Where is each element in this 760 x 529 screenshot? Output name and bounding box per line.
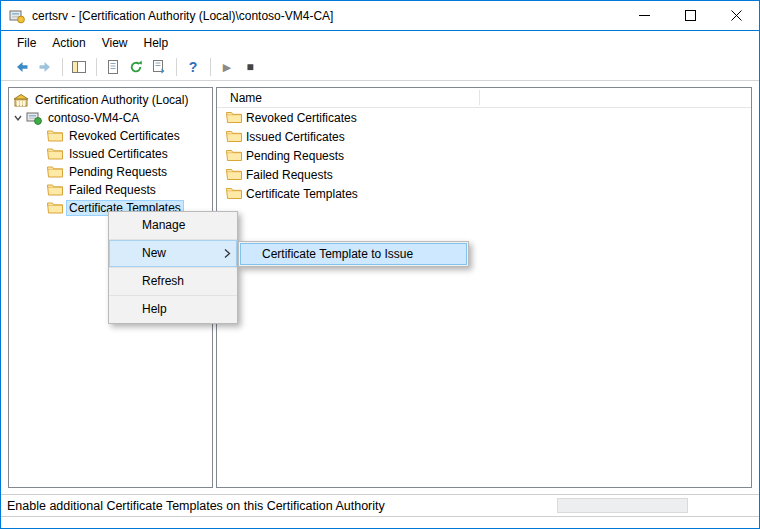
- folder-icon: [47, 183, 63, 197]
- tree-item-label: Failed Requests: [66, 182, 159, 198]
- status-bar: Enable additional Certificate Templates …: [1, 494, 759, 517]
- certsrv-window: certsrv - [Certification Authority (Loca…: [0, 0, 760, 529]
- tree-item-certification-authority[interactable]: Certification Authority (Local): [9, 91, 212, 109]
- menu-item-label: Manage: [142, 218, 185, 232]
- list-item-label: Pending Requests: [246, 149, 344, 163]
- list-item-label: Failed Requests: [246, 168, 333, 182]
- menu-item-new[interactable]: New: [109, 240, 237, 267]
- status-text: Enable additional Certificate Templates …: [7, 499, 385, 513]
- menu-item-refresh[interactable]: Refresh: [109, 268, 237, 295]
- close-icon: [731, 10, 742, 21]
- window-title: certsrv - [Certification Authority (Loca…: [32, 9, 333, 23]
- maximize-icon: [685, 10, 696, 21]
- stop-service-icon[interactable]: ■: [239, 56, 261, 78]
- list-item-failed-requests[interactable]: Failed Requests: [217, 165, 751, 184]
- menu-item-label: Help: [142, 302, 167, 316]
- tree-item-ca[interactable]: contoso-VM4-CA: [9, 109, 212, 127]
- tree-item-revoked-certificates[interactable]: Revoked Certificates: [9, 127, 212, 145]
- menu-item-manage[interactable]: Manage: [109, 212, 237, 239]
- title-bar: certsrv - [Certification Authority (Loca…: [1, 1, 759, 31]
- folder-icon: [226, 187, 242, 200]
- menu-item-help[interactable]: Help: [109, 296, 237, 323]
- folder-icon: [47, 147, 63, 161]
- folder-icon: [226, 130, 242, 143]
- export-list-icon[interactable]: [148, 56, 170, 78]
- list-item-label: Issued Certificates: [246, 130, 345, 144]
- properties-icon[interactable]: [102, 56, 124, 78]
- list-item-revoked-certificates[interactable]: Revoked Certificates: [217, 108, 751, 127]
- start-service-icon[interactable]: ▶: [216, 56, 238, 78]
- tree-item-label: Pending Requests: [66, 164, 170, 180]
- help-icon[interactable]: ?: [182, 56, 204, 78]
- chevron-expanded-icon[interactable]: [12, 112, 24, 124]
- toolbar: ? ▶ ■: [1, 54, 759, 81]
- results-list-pane: Name Revoked Certificates Issued Certifi…: [216, 87, 752, 488]
- tree-item-failed-requests[interactable]: Failed Requests: [9, 181, 212, 199]
- minimize-icon: [639, 10, 650, 21]
- menu-item-certificate-template-to-issue[interactable]: Certificate Template to Issue: [240, 243, 467, 265]
- forward-icon[interactable]: [34, 56, 56, 78]
- close-button[interactable]: [713, 1, 759, 30]
- menu-item-label: Refresh: [142, 274, 184, 288]
- authority-icon: [13, 93, 29, 107]
- tree-item-pending-requests[interactable]: Pending Requests: [9, 163, 212, 181]
- show-console-tree-icon[interactable]: [68, 56, 90, 78]
- list-item-certificate-templates[interactable]: Certificate Templates: [217, 184, 751, 203]
- folder-icon: [47, 201, 63, 215]
- list-item-issued-certificates[interactable]: Issued Certificates: [217, 127, 751, 146]
- refresh-icon[interactable]: [125, 56, 147, 78]
- toolbar-separator: [210, 58, 211, 76]
- app-icon: [9, 8, 25, 24]
- menu-bar: File Action View Help: [1, 32, 759, 54]
- tree-item-label: Revoked Certificates: [66, 128, 183, 144]
- list-item-label: Certificate Templates: [246, 187, 358, 201]
- column-divider[interactable]: [479, 90, 480, 105]
- menu-view[interactable]: View: [94, 33, 136, 53]
- column-header-name[interactable]: Name: [230, 91, 262, 105]
- toolbar-separator: [96, 58, 97, 76]
- folder-icon: [226, 111, 242, 124]
- toolbar-separator: [176, 58, 177, 76]
- maximize-button[interactable]: [667, 1, 713, 30]
- menu-item-label: Certificate Template to Issue: [262, 247, 413, 261]
- menu-file[interactable]: File: [9, 33, 44, 53]
- status-pane: [557, 498, 688, 513]
- back-icon[interactable]: [11, 56, 33, 78]
- folder-icon: [47, 165, 63, 179]
- stop-glyph: ■: [246, 60, 253, 74]
- help-glyph: ?: [189, 59, 198, 75]
- window-controls: [621, 1, 759, 30]
- folder-icon: [226, 168, 242, 181]
- folder-icon: [47, 129, 63, 143]
- menu-item-label: New: [142, 246, 166, 260]
- ca-server-icon: [26, 111, 42, 125]
- context-submenu: Certificate Template to Issue: [238, 241, 469, 267]
- context-menu: Manage New Refresh Help: [108, 211, 238, 324]
- tree-item-label: contoso-VM4-CA: [45, 110, 142, 126]
- menu-help[interactable]: Help: [136, 33, 177, 53]
- play-glyph: ▶: [223, 61, 231, 74]
- list-item-pending-requests[interactable]: Pending Requests: [217, 146, 751, 165]
- tree-item-label: Certification Authority (Local): [32, 92, 191, 108]
- toolbar-separator: [62, 58, 63, 76]
- submenu-arrow-icon: [223, 248, 231, 259]
- list-item-label: Revoked Certificates: [246, 111, 357, 125]
- tree-item-issued-certificates[interactable]: Issued Certificates: [9, 145, 212, 163]
- tree-item-label: Issued Certificates: [66, 146, 171, 162]
- menu-action[interactable]: Action: [44, 33, 93, 53]
- list-header: Name: [217, 88, 751, 108]
- folder-icon: [226, 149, 242, 162]
- minimize-button[interactable]: [621, 1, 667, 30]
